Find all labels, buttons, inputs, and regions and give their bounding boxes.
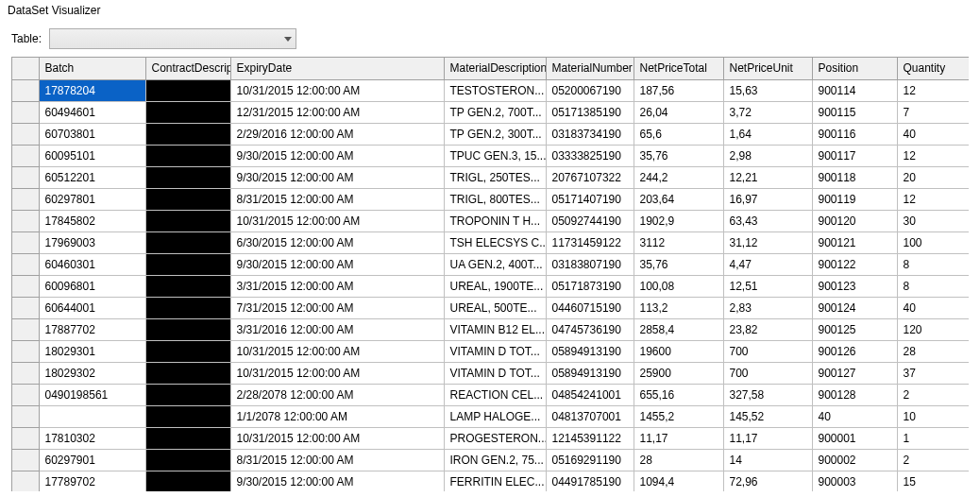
cell[interactable]: 65,6 — [634, 123, 723, 145]
row-header[interactable] — [12, 384, 39, 405]
cell[interactable]: 60096801 — [39, 275, 145, 297]
cell[interactable]: 20767107322 — [546, 166, 634, 188]
cell[interactable]: 9/30/2015 12:00:00 AM — [230, 471, 444, 491]
data-grid[interactable]: Batch ContractDescription ExpiryDate Mat… — [11, 57, 969, 491]
cell[interactable]: 9/30/2015 12:00:00 AM — [230, 253, 444, 275]
cell[interactable]: 26,04 — [634, 101, 723, 123]
cell[interactable]: 244,2 — [634, 166, 723, 188]
cell[interactable]: 30 — [897, 210, 969, 231]
cell[interactable]: 15,63 — [723, 79, 812, 101]
row-header[interactable] — [12, 253, 39, 275]
cell[interactable]: 17845802 — [39, 210, 145, 231]
cell[interactable]: 60703801 — [39, 123, 145, 145]
cell[interactable]: 25900 — [634, 362, 723, 384]
col-header[interactable]: ContractDescription — [145, 58, 230, 79]
row-header[interactable] — [12, 275, 39, 297]
table-select[interactable] — [49, 28, 296, 49]
table-row[interactable]: 18029301E10/31/2015 12:00:00 AMVITAMIN D… — [12, 340, 969, 362]
cell[interactable]: 04854241001 — [546, 384, 634, 405]
row-header[interactable] — [12, 405, 39, 427]
cell[interactable]: 120 — [897, 318, 969, 340]
cell[interactable]: 05171873190 — [546, 275, 634, 297]
table-row[interactable]: 60297801E8/31/2015 12:00:00 AMTRIGL, 800… — [12, 188, 969, 210]
cell[interactable]: IRON GEN.2, 75... — [444, 449, 546, 471]
cell[interactable]: 28 — [897, 340, 969, 362]
cell[interactable]: TRIGL, 250TES... — [444, 166, 546, 188]
cell[interactable]: 11731459122 — [546, 231, 634, 253]
table-row[interactable]: 60460301E9/30/2015 12:00:00 AMUA GEN.2, … — [12, 253, 969, 275]
table-row[interactable]: 60095101E9/30/2015 12:00:00 AMTPUC GEN.3… — [12, 145, 969, 166]
cell[interactable]: REACTION CEL... — [444, 384, 546, 405]
cell[interactable]: UA GEN.2, 400T... — [444, 253, 546, 275]
cell[interactable]: 03183734190 — [546, 123, 634, 145]
row-header[interactable] — [12, 79, 39, 101]
cell[interactable]: 03183807190 — [546, 253, 634, 275]
cell[interactable]: 900127 — [812, 362, 897, 384]
cell[interactable]: 900115 — [812, 101, 897, 123]
col-header[interactable]: NetPriceTotal — [634, 58, 723, 79]
cell[interactable]: 327,58 — [723, 384, 812, 405]
cell[interactable]: 203,64 — [634, 188, 723, 210]
table-row[interactable]: 17887702E3/31/2016 12:00:00 AMVITAMIN B1… — [12, 318, 969, 340]
cell[interactable]: 10/31/2015 12:00:00 AM — [230, 79, 444, 101]
cell[interactable]: 900001 — [812, 427, 897, 449]
cell[interactable]: 17878204 — [39, 79, 145, 101]
cell[interactable]: TROPONIN T H... — [444, 210, 546, 231]
cell[interactable]: 900114 — [812, 79, 897, 101]
row-header[interactable] — [12, 449, 39, 471]
cell[interactable]: 1902,9 — [634, 210, 723, 231]
cell[interactable]: 40 — [812, 405, 897, 427]
cell[interactable]: 35,76 — [634, 145, 723, 166]
cell[interactable]: E — [145, 362, 230, 384]
cell[interactable]: VITAMIN D TOT... — [444, 340, 546, 362]
cell[interactable]: 3,72 — [723, 101, 812, 123]
cell[interactable]: VITAMIN B12 EL... — [444, 318, 546, 340]
cell[interactable]: 900122 — [812, 253, 897, 275]
cell[interactable]: E — [145, 166, 230, 188]
cell[interactable]: PROGESTERON... — [444, 427, 546, 449]
cell[interactable]: 100,08 — [634, 275, 723, 297]
cell[interactable]: E — [145, 297, 230, 318]
cell[interactable]: 11,17 — [723, 427, 812, 449]
cell[interactable]: E — [145, 253, 230, 275]
cell[interactable]: 900002 — [812, 449, 897, 471]
cell[interactable]: 900123 — [812, 275, 897, 297]
table-row[interactable]: 60096801E3/31/2015 12:00:00 AMUREAL, 190… — [12, 275, 969, 297]
table-row[interactable]: 60494601E12/31/2015 12:00:00 AMTP GEN.2,… — [12, 101, 969, 123]
cell[interactable]: 10/31/2015 12:00:00 AM — [230, 427, 444, 449]
cell[interactable]: 35,76 — [634, 253, 723, 275]
cell[interactable]: 40 — [897, 297, 969, 318]
cell[interactable]: LAMP HALOGE... — [444, 405, 546, 427]
cell[interactable]: 7 — [897, 101, 969, 123]
row-header[interactable] — [12, 297, 39, 318]
cell[interactable]: 900118 — [812, 166, 897, 188]
cell[interactable]: 900003 — [812, 471, 897, 491]
cell[interactable]: 3/31/2015 12:00:00 AM — [230, 275, 444, 297]
cell[interactable]: 23,82 — [723, 318, 812, 340]
cell[interactable]: 60460301 — [39, 253, 145, 275]
cell[interactable]: TP GEN.2, 300T... — [444, 123, 546, 145]
cell[interactable]: 72,96 — [723, 471, 812, 491]
cell[interactable]: E — [145, 210, 230, 231]
cell[interactable]: 2,83 — [723, 297, 812, 318]
cell[interactable]: 12145391122 — [546, 427, 634, 449]
col-header[interactable]: Position — [812, 58, 897, 79]
cell[interactable]: E — [145, 101, 230, 123]
cell[interactable]: 04745736190 — [546, 318, 634, 340]
cell[interactable]: 04491785190 — [546, 471, 634, 491]
cell[interactable]: UREAL, 500TE... — [444, 297, 546, 318]
cell[interactable]: 17969003 — [39, 231, 145, 253]
cell[interactable]: 60644001 — [39, 297, 145, 318]
table-row[interactable]: 17878204E10/31/2015 12:00:00 AMTESTOSTER… — [12, 79, 969, 101]
cell[interactable]: 12,21 — [723, 166, 812, 188]
row-header[interactable] — [12, 318, 39, 340]
row-header[interactable] — [12, 101, 39, 123]
cell[interactable]: 40 — [897, 123, 969, 145]
cell[interactable]: 17810302 — [39, 427, 145, 449]
cell[interactable]: 900119 — [812, 188, 897, 210]
col-header[interactable]: MaterialDescription — [444, 58, 546, 79]
table-row[interactable]: 60297901E8/31/2015 12:00:00 AMIRON GEN.2… — [12, 449, 969, 471]
cell[interactable]: 18029301 — [39, 340, 145, 362]
cell[interactable]: 60297901 — [39, 449, 145, 471]
cell[interactable]: 28 — [634, 449, 723, 471]
